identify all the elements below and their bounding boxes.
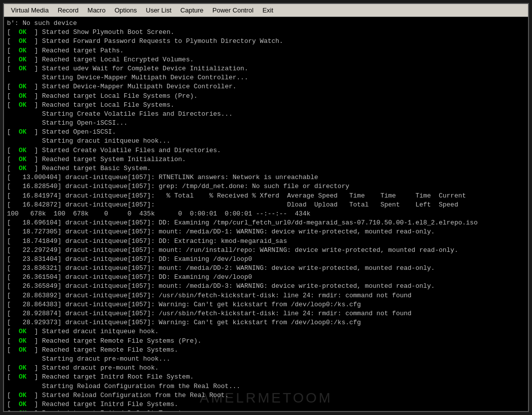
terminal-line: [ 26.365849] dracut-initqueue[1057]: mou… [7, 282, 525, 291]
terminal-line: [ 18.741849] dracut-initqueue[1057]: DD:… [7, 237, 525, 246]
terminal-line: [ 16.828540] dracut-initqueue[1057]: gre… [7, 182, 525, 191]
terminal-line: [ OK ] Reached target Initrd Default Tar… [7, 409, 525, 411]
terminal-line: b': No such device [7, 19, 525, 28]
terminal-line: Starting Reload Configuration from the R… [7, 382, 525, 391]
terminal-line: [ 13.000404] dracut-initqueue[1057]: RTN… [7, 173, 525, 182]
terminal-line: [ 18.696104] dracut-initqueue[1057]: DD:… [7, 218, 525, 227]
terminal-line: [ 28.864383] dracut-initqueue[1057]: War… [7, 300, 525, 309]
menubar: Virtual MediaRecordMacroOptionsUser List… [4, 4, 528, 17]
terminal-line: Starting dracut pre-mount hook... [7, 355, 525, 364]
terminal-line: [ 28.929373] dracut-initqueue[1057]: War… [7, 318, 525, 327]
terminal-line: [ OK ] Reached target Local File Systems… [7, 101, 525, 110]
terminal-line: Starting Create Volatile Files and Direc… [7, 110, 525, 119]
terminal-line: [ 23.836321] dracut-initqueue[1057]: mou… [7, 264, 525, 273]
terminal-line: Starting dracut initqueue hook... [7, 137, 525, 146]
terminal-line: [ OK ] Reached target System Initializat… [7, 155, 525, 164]
terminal-line: [ OK ] Reached target Basic System. [7, 164, 525, 173]
terminal-line: [ OK ] Reached target Initrd Root File S… [7, 373, 525, 382]
terminal-line: [ 22.297249] dracut-initqueue[1057]: mou… [7, 246, 525, 255]
terminal-line: [ 26.361504] dracut-initqueue[1057]: DD:… [7, 273, 525, 282]
app-window: Virtual MediaRecordMacroOptionsUser List… [3, 3, 529, 412]
menu-power-control[interactable]: Power Control [208, 5, 257, 15]
terminal-line: Starting Device-Mapper Multipath Device … [7, 73, 525, 82]
terminal-line: [ OK ] Reached target Local Encrypted Vo… [7, 55, 525, 64]
terminal-line: [ OK ] Reached target Paths. [7, 46, 525, 55]
terminal-line: [ OK ] Started Device-Mapper Multipath D… [7, 82, 525, 91]
terminal-line: [ OK ] Started dracut pre-mount hook. [7, 364, 525, 373]
terminal-line: [ 18.727305] dracut-initqueue[1057]: mou… [7, 227, 525, 236]
terminal-line: [ 23.831404] dracut-initqueue[1057]: DD:… [7, 255, 525, 264]
terminal-line: 100 678k 100 678k 0 0 435k 0 0:00:01 0:0… [7, 209, 525, 218]
terminal-line: [ OK ] Started Show Plymouth Boot Screen… [7, 28, 525, 37]
menu-user-list[interactable]: User List [142, 5, 176, 15]
terminal-line: [ 28.928874] dracut-initqueue[1057]: /us… [7, 309, 525, 318]
menu-exit[interactable]: Exit [258, 5, 277, 15]
terminal-line: [ OK ] Started Create Volatile Files and… [7, 146, 525, 155]
menu-record[interactable]: Record [54, 5, 83, 15]
terminal-line: [ OK ] Started dracut initqueue hook. [7, 327, 525, 336]
terminal: b': No such device[ OK ] Started Show Pl… [4, 17, 528, 411]
menu-macro[interactable]: Macro [84, 5, 110, 15]
menu-virtual-media[interactable]: Virtual Media [7, 5, 53, 15]
terminal-line: [ OK ] Reached target Remote File System… [7, 337, 525, 346]
terminal-line: Starting Open-iSCSI... [7, 119, 525, 128]
terminal-line: [ 28.863892] dracut-initqueue[1057]: /us… [7, 291, 525, 300]
terminal-line: [ OK ] Started Forward Password Requests… [7, 37, 525, 46]
terminal-line: [ 16.842872] dracut-initqueue[1057]: Dlo… [7, 201, 525, 209]
terminal-line: [ OK ] Reached target Remote File System… [7, 346, 525, 355]
terminal-line: [ OK ] Started Reload Configuration from… [7, 391, 525, 400]
terminal-line: [ OK ] Started udev Wait for Complete De… [7, 64, 525, 73]
terminal-line: [ OK ] Reached target Local File Systems… [7, 92, 525, 101]
terminal-line: [ OK ] Reached target Initrd File System… [7, 400, 525, 409]
menu-options[interactable]: Options [111, 5, 141, 15]
terminal-line: [ OK ] Started Open-iSCSI. [7, 128, 525, 137]
terminal-line: [ 16.841974] dracut-initqueue[1057]: % T… [7, 192, 525, 201]
menu-capture[interactable]: Capture [177, 5, 207, 15]
